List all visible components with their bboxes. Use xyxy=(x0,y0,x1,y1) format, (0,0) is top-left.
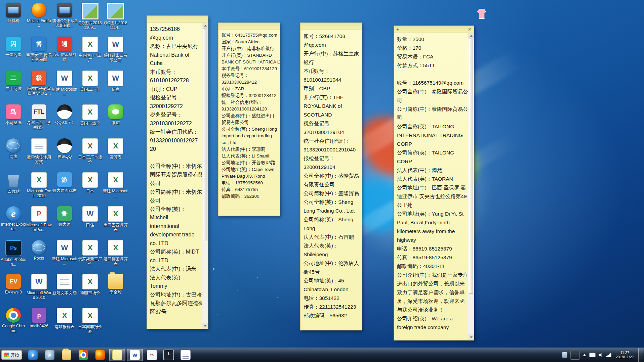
note-header[interactable]: + ✕ xyxy=(394,26,474,33)
desktop-icon[interactable]: 腾讯QQ xyxy=(52,138,77,159)
note-scrollbar[interactable] xyxy=(202,23,208,329)
desktop-icon[interactable]: 计算机 xyxy=(1,3,26,23)
note-line: 币别：ZAR xyxy=(222,86,278,92)
taskbar-microsoft-word[interactable]: W xyxy=(127,349,143,361)
desktop-icon[interactable]: X Microsoft Excel 2010 xyxy=(26,172,52,198)
desktop-icon[interactable]: 博 国投安信-博易云交易版 xyxy=(26,37,52,62)
desktop-icon[interactable]: X 日本南非报价表 xyxy=(77,308,103,334)
desktop-icon[interactable]: 新建文本文档 xyxy=(52,274,77,295)
taskbar-snipping-tool[interactable]: ✂ xyxy=(144,349,160,361)
note-body[interactable]: 数量：2500价格：170贸易术语：FCA付款方式：55TT 账号：116567… xyxy=(394,33,468,334)
desktop-icon[interactable]: e Internet Explorer xyxy=(1,206,26,231)
desktop-icon[interactable]: 网络 xyxy=(1,138,26,159)
desktop-icon-label: 中国售价+工厂 xyxy=(77,53,103,62)
scroll-track[interactable] xyxy=(468,39,474,334)
start-button[interactable]: 开始 xyxy=(1,350,22,360)
desktop-icon[interactable]: X 俄罗斯新工厂价 xyxy=(77,240,103,266)
desktop-icon[interactable]: 回收站 xyxy=(1,172,26,194)
desktop-icon[interactable]: X 日本 xyxy=(77,172,103,193)
note-body[interactable]: 账号：526841708@qq.com开户行(中)：苏格兰皇家银行本币账号：61… xyxy=(300,30,362,322)
desktop-icon[interactable]: W 盛虹进出口有限公司 xyxy=(103,37,128,62)
desktop-icon[interactable]: X 英国工厂价 xyxy=(77,71,103,92)
note-header[interactable] xyxy=(147,16,208,23)
note-scrollbar[interactable] xyxy=(468,33,474,340)
desktop-icon[interactable]: X 日本工厂市场价 xyxy=(77,138,103,164)
note-line: @qq.com xyxy=(150,34,201,42)
note-body[interactable]: 账号：643175755@qq.com国家：South Africa开户行(中)… xyxy=(218,30,280,202)
scroll-track[interactable] xyxy=(202,29,208,323)
sticky-note[interactable]: 账号：526841708@qq.com开户行(中)：苏格兰皇家银行本币账号：61… xyxy=(300,22,362,330)
note-header[interactable] xyxy=(218,23,280,30)
taskbar-clock[interactable]: 11:27 2018/11/27 xyxy=(614,351,635,359)
scroll-down-arrow[interactable] xyxy=(202,323,208,329)
desktop-icon[interactable]: Mozilla Firefox xyxy=(26,3,52,28)
desktop-icon[interactable]: X 出口巴西调算表 xyxy=(103,206,128,232)
desktop-icon[interactable]: QQ图片20181109... xyxy=(77,3,103,30)
note-close-button[interactable]: ✕ xyxy=(468,26,472,32)
desktop-icon[interactable]: X 新建 Microsoft ... xyxy=(103,172,128,198)
desktop-icon[interactable]: X 英国市场价 xyxy=(77,104,103,126)
desktop-icon[interactable]: X 南非报价表 xyxy=(52,308,77,329)
sticky-note[interactable]: 1357256186@qq.com名称：古巴中央银行National Bank … xyxy=(147,15,208,329)
scroll-up-arrow[interactable] xyxy=(202,23,208,29)
desktop-icon[interactable]: Poclb xyxy=(26,240,52,261)
desktop-icon[interactable]: 通 通达信金融终端 xyxy=(52,37,77,62)
desktop-icon[interactable]: W Microsoft Word 2010 xyxy=(26,274,52,300)
desktop-icon[interactable]: W 新建 Microsoft ... xyxy=(52,240,77,266)
note-add-button[interactable]: + xyxy=(396,26,399,32)
desktop-icon[interactable]: QQ图片20181114... xyxy=(103,3,128,30)
taskbar-windows-explorer[interactable] xyxy=(59,349,74,361)
desktop-icon-label: 考试平台（学生端） xyxy=(26,120,52,130)
image-icon xyxy=(107,3,124,19)
desktop-icon[interactable]: X 中国售价+工厂 xyxy=(77,37,103,62)
scroll-thumb[interactable] xyxy=(469,39,473,294)
desktop-icon[interactable]: FTL 考试平台（学生端） xyxy=(26,104,52,130)
taskbar-google-chrome[interactable] xyxy=(76,349,91,361)
scroll-thumb[interactable] xyxy=(203,29,207,241)
desktop-icon[interactable]: 微信 xyxy=(103,104,128,125)
taskbar-internet-explorer[interactable]: e xyxy=(25,349,41,361)
desktop-icon[interactable]: 二 二手商城 xyxy=(1,71,26,91)
taskbar-clock-app[interactable] xyxy=(161,349,176,361)
desktop-icon[interactable]: W 田佳 xyxy=(77,206,103,227)
desktop-icon[interactable]: Ps Adobe Photosh... xyxy=(1,240,26,267)
desktop-icon[interactable]: 极 极域电子教室软件 v4.0 2... xyxy=(26,71,52,96)
desktop-icon[interactable]: 闪 一键闪降 xyxy=(1,37,26,57)
hidden-icons-arrow[interactable] xyxy=(583,354,586,356)
tray-app-icon[interactable] xyxy=(562,352,567,358)
volume-icon[interactable] xyxy=(599,353,603,357)
desktop-icon[interactable]: X 德国市场价 xyxy=(77,274,103,295)
tile-icon: 游 xyxy=(57,172,72,187)
scroll-up-arrow[interactable] xyxy=(468,33,474,39)
desktop-icon[interactable]: X 进口德国调算表 xyxy=(103,240,128,266)
taskbar-browser-e[interactable]: e xyxy=(42,349,57,361)
desktop-icon[interactable]: 教学快传使用方式 xyxy=(26,138,52,164)
taskbar-journal[interactable] xyxy=(178,349,193,361)
tray-widget-icon[interactable] xyxy=(570,350,580,360)
note-body[interactable]: 1357256186@qq.com名称：古巴中央银行National Bank … xyxy=(147,23,202,318)
desktop-icon[interactable]: 游 鲁大师游戏库 xyxy=(52,172,77,193)
desktop-icon[interactable]: 鲁 鲁大师 xyxy=(52,206,77,227)
sticky-note[interactable]: 账号：643175755@qq.com国家：South Africa开户行(中)… xyxy=(218,22,280,216)
sticky-note[interactable]: + ✕ 数量：2500价格：170贸易术语：FCA付款方式：55TT 账号：11… xyxy=(394,26,474,341)
desktop-icon[interactable]: 李金玲 xyxy=(103,274,128,295)
taskbar-firefox[interactable] xyxy=(92,349,108,361)
note-header[interactable] xyxy=(300,23,362,30)
desktop-icon[interactable]: P Microsoft PowerPoi... xyxy=(26,206,52,232)
show-desktop-button[interactable] xyxy=(638,348,643,362)
desktop-icon[interactable]: EV EViews 8 xyxy=(1,274,26,295)
desktop-icon[interactable]: W 新建 Microsoft ... xyxy=(52,71,77,96)
keyboard-icon[interactable] xyxy=(589,353,596,357)
scroll-down-arrow[interactable] xyxy=(468,334,474,340)
note-line: 账号：526841708 xyxy=(304,32,360,41)
microsoft-word-icon: W xyxy=(130,350,140,360)
taskbar-sticky-notes[interactable] xyxy=(109,349,125,361)
desktop-icon[interactable]: 腾讯QQ下载2018正式... xyxy=(52,3,77,28)
desktop-icon[interactable]: X 运算表 xyxy=(103,138,128,160)
desktop-icon[interactable]: 鸟 小鸟壁纸 xyxy=(1,104,26,125)
desktop-icon[interactable]: QQ9.0.7.1 xyxy=(52,104,77,125)
network-icon[interactable] xyxy=(606,353,611,357)
desktop-icon[interactable]: W 信息 xyxy=(103,71,128,92)
desktop-icon[interactable]: Google Chrome xyxy=(1,308,26,333)
desktop-icon[interactable]: p poclb8426 xyxy=(26,308,52,328)
